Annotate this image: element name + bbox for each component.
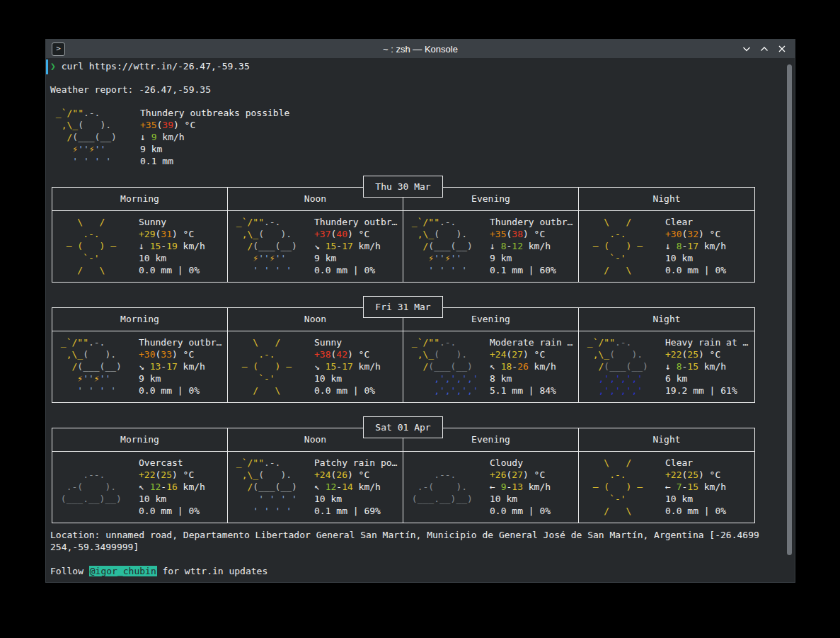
art-line: _`/"".-. [55, 336, 139, 348]
window-title: ~ : zsh — Konsole [46, 44, 795, 55]
art-line: ‚'‚'‚'‚' [406, 372, 490, 384]
weather-art-heavy_rain: _`/"".-. ,\_( ). /(___(__) ‚'‚'‚'‚' ‚'‚'… [582, 336, 665, 402]
condition-line: Clear [665, 216, 726, 228]
period-header-night: Night [579, 188, 754, 210]
weather-art-overcast: .--. .-( ). (___.__)__) [55, 457, 139, 523]
twitter-handle: @igor_chubin [89, 566, 157, 576]
art-line [406, 505, 490, 517]
visibility-line: 10 km [139, 252, 205, 264]
weather-art-thundery: _`/"".-. ,\_( ). /(___(__) ⚡''⚡'' ' ' ' … [55, 336, 139, 402]
period-header-morning: Morning [52, 428, 228, 451]
wind-line: ↓ 9 km/h [140, 131, 289, 143]
art-line: ⚡''⚡'' [406, 252, 490, 264]
titlebar[interactable]: > ~ : zsh — Konsole [46, 40, 795, 59]
temperature-line: +37(40) °C [314, 228, 397, 240]
art-line: / \ [582, 264, 665, 276]
temperature-line: +24(27) °C [490, 348, 573, 360]
art-line: ,\_( ). [55, 348, 139, 360]
condition-line: Cloudy [490, 457, 551, 469]
forecast-table: MorningNoonEveningNight _`/"".-. ,\_( ).… [52, 307, 755, 403]
forecast-cell-noon: _`/"".-. ,\_( ). /(___(__) ⚡''⚡'' ' ' ' … [228, 211, 403, 282]
temperature-line: +38(42) °C [314, 348, 381, 360]
temperature-line: +22(25) °C [665, 348, 748, 360]
wind-line: ↖ 12-14 km/h [314, 481, 397, 493]
temperature-line: +29(31) °C [139, 228, 205, 240]
forecast-cell-evening: _`/"".-. ,\_( ). /(___(__) ⚡''⚡'' ' ' ' … [403, 211, 579, 282]
art-line: ' ' ' ' [231, 493, 314, 505]
art-line: _`/"".-. [50, 107, 140, 119]
forecast-details: Clear+22(25) °C← 7-15 km/h10 km0.0 mm | … [665, 457, 726, 523]
art-line: \ / [582, 457, 665, 469]
temperature-line: +30(33) °C [139, 348, 221, 360]
forecast-details: Overcast+22(25) °C↖ 12-16 km/h10 km0.0 m… [139, 457, 205, 523]
minimize-icon[interactable] [741, 43, 752, 55]
forecast-cell-evening: _`/"".-. ,\_( ). /(___(__) ‚'‚'‚'‚' ‚'‚'… [403, 331, 579, 402]
wind-line: ← 7-15 km/h [665, 481, 726, 493]
art-line: ‚'‚'‚'‚' [582, 372, 665, 384]
scrollbar-thumb[interactable] [787, 64, 792, 555]
art-line: ― ( ) ― [231, 360, 314, 372]
command-text: curl https://wttr.in/-26.47,-59.35 [62, 61, 250, 72]
terminal-viewport[interactable]: ❯ curl https://wttr.in/-26.47,-59.35 Wea… [46, 58, 795, 582]
forecast-cell-night: _`/"".-. ,\_( ). /(___(__) ‚'‚'‚'‚' ‚'‚'… [579, 331, 754, 402]
forecast-cells-row: .--. .-( ). (___.__)__)Overcast+22(25) °… [52, 452, 754, 523]
wind-line: ↓ 8-12 km/h [490, 240, 573, 252]
visibility-line: 8 km [490, 372, 573, 384]
forecast-details: Clear+30(32) °C↓ 8-17 km/h10 km0.0 mm | … [665, 216, 726, 282]
condition-line: Thundery outbr… [314, 216, 397, 228]
shell-prompt: ❯ [50, 61, 56, 72]
wind-line: ← 9-13 km/h [490, 481, 551, 493]
art-line: ,\_( ). [582, 348, 665, 360]
art-line [55, 505, 139, 517]
art-line: _`/"".-. [231, 457, 314, 469]
wind-line: ↘ 13-17 km/h [139, 360, 221, 372]
forecast-table: MorningNoonEveningNight \ / .-. ― ( ) ― … [52, 187, 755, 283]
art-line: .-. [231, 348, 314, 360]
follow-suffix: for wttr.in updates [157, 566, 268, 576]
wind-line: ↘ 15-17 km/h [314, 240, 397, 252]
date-box: Thu 30 Mar [363, 176, 443, 198]
temperature-line: +26(27) °C [490, 469, 551, 481]
art-line: .--. [406, 469, 490, 481]
weather-art-patchy_rain: _`/"".-. ,\_( ). /(___(__) ' ' ' ' ' ' '… [231, 457, 314, 523]
temperature-line: +22(25) °C [665, 469, 726, 481]
art-line: /(___(__) [406, 360, 490, 372]
art-line: /(___(__) [231, 481, 314, 493]
forecast-cell-noon: \ / .-. ― ( ) ― `-' / \Sunny+38(42) °C↘ … [228, 331, 403, 402]
desktop-background: > ~ : zsh — Konsole ❯ curl https://wttr.… [0, 0, 840, 638]
art-line: ― ( ) ― [582, 481, 665, 493]
maximize-icon[interactable] [759, 43, 770, 55]
art-line: `-' [55, 252, 139, 264]
condition-line: Thundery outbreaks possible [140, 107, 289, 119]
precipitation-line: 0.0 mm | 0% [314, 384, 381, 397]
weather-art-thundery: _`/"".-. ,\_( ). /(___(__) ⚡''⚡'' ' ' ' … [231, 216, 314, 282]
close-icon[interactable] [776, 43, 788, 55]
art-line: `-' [231, 372, 314, 384]
temperature-line: +30(32) °C [665, 228, 726, 240]
condition-line: Patchy rain po… [314, 457, 397, 469]
art-line: .--. [55, 469, 139, 481]
art-line: ' ' ' ' [406, 264, 490, 276]
forecast-day-sat-01-apr: Sat 01 AprMorningNoonEveningNight .--. .… [52, 428, 755, 523]
precipitation-line: 0.0 mm | 0% [665, 505, 726, 517]
forecast-details: Thundery outbr…+35(38) °C↓ 8-12 km/h9 km… [490, 216, 573, 282]
forecast-details: Cloudy+26(27) °C← 9-13 km/h10 km0.0 mm |… [490, 457, 551, 523]
art-line: .-( ). [406, 481, 490, 493]
art-line: ‚'‚'‚'‚' [582, 384, 665, 397]
prompt-marker [46, 59, 48, 74]
forecast-details: Heavy rain at …+22(25) °C↓ 8-15 km/h6 km… [665, 336, 748, 402]
konsole-window: > ~ : zsh — Konsole ❯ curl https://wttr.… [45, 39, 795, 583]
condition-line: Sunny [139, 216, 205, 228]
wind-line: ↓ 15-19 km/h [139, 240, 205, 252]
visibility-line: 10 km [314, 372, 381, 384]
art-line: ,\_( ). [231, 469, 314, 481]
art-line: ― ( ) ― [582, 240, 665, 252]
forecast-cells-row: \ / .-. ― ( ) ― `-' / \Sunny+29(31) °C↓ … [52, 211, 754, 282]
visibility-line: 9 km [139, 372, 221, 384]
visibility-line: 9 km [140, 143, 289, 155]
art-line: (___.__)__) [55, 493, 139, 505]
location-line-2: 254,-59.3499999] [50, 541, 139, 553]
weather-art-sunny: \ / .-. ― ( ) ― `-' / \ [582, 457, 665, 523]
wind-line: ↓ 8-15 km/h [665, 360, 748, 372]
forecast-cell-night: \ / .-. ― ( ) ― `-' / \Clear+22(25) °C← … [579, 452, 754, 523]
